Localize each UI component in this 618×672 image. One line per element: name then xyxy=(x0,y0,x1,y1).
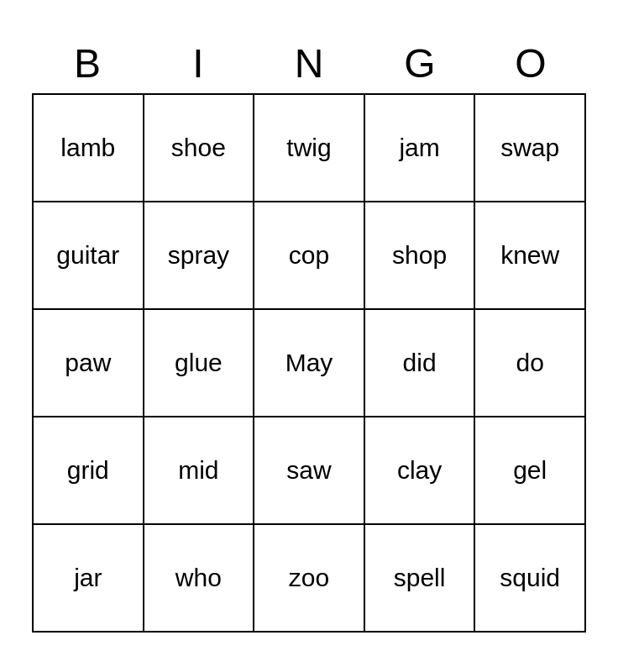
letter-g: G xyxy=(364,40,475,87)
grid-cell[interactable]: lamb xyxy=(33,94,144,202)
grid-cell[interactable]: shop xyxy=(364,202,475,309)
grid-cell[interactable]: do xyxy=(474,309,585,417)
grid-cell[interactable]: spray xyxy=(144,202,254,309)
bingo-grid: lambshoetwigjamswapguitarspraycopshopkne… xyxy=(32,93,586,633)
letter-o: O xyxy=(475,40,586,87)
letter-n: N xyxy=(254,40,364,87)
table-row: jarwhozoospellsquid xyxy=(33,524,585,632)
grid-cell[interactable]: glue xyxy=(144,309,254,417)
bingo-card: B I N G O lambshoetwigjamswapguitarspray… xyxy=(15,24,603,649)
letter-i: I xyxy=(143,40,254,87)
grid-cell[interactable]: saw xyxy=(254,417,364,524)
grid-cell[interactable]: zoo xyxy=(254,524,364,632)
grid-cell[interactable]: mid xyxy=(144,417,254,524)
grid-cell[interactable]: cop xyxy=(254,202,364,309)
grid-cell[interactable]: spell xyxy=(364,524,475,632)
grid-cell[interactable]: shoe xyxy=(144,94,254,202)
grid-cell[interactable]: gel xyxy=(474,417,585,524)
grid-cell[interactable]: swap xyxy=(474,94,585,202)
grid-cell[interactable]: guitar xyxy=(33,202,144,309)
grid-cell[interactable]: who xyxy=(144,524,254,632)
grid-cell[interactable]: jam xyxy=(364,94,475,202)
table-row: lambshoetwigjamswap xyxy=(33,94,585,202)
grid-cell[interactable]: squid xyxy=(474,524,585,632)
grid-cell[interactable]: May xyxy=(254,309,364,417)
grid-cell[interactable]: did xyxy=(364,309,475,417)
grid-cell[interactable]: knew xyxy=(474,202,585,309)
table-row: guitarspraycopshopknew xyxy=(33,202,585,309)
grid-cell[interactable]: clay xyxy=(364,417,475,524)
grid-cell[interactable]: paw xyxy=(33,309,144,417)
table-row: gridmidsawclaygel xyxy=(33,417,585,524)
grid-cell[interactable]: jar xyxy=(33,524,144,632)
bingo-header: B I N G O xyxy=(32,40,586,87)
table-row: pawglueMaydiddo xyxy=(33,309,585,417)
letter-b: B xyxy=(32,40,143,87)
grid-cell[interactable]: twig xyxy=(254,94,364,202)
grid-cell[interactable]: grid xyxy=(33,417,144,524)
